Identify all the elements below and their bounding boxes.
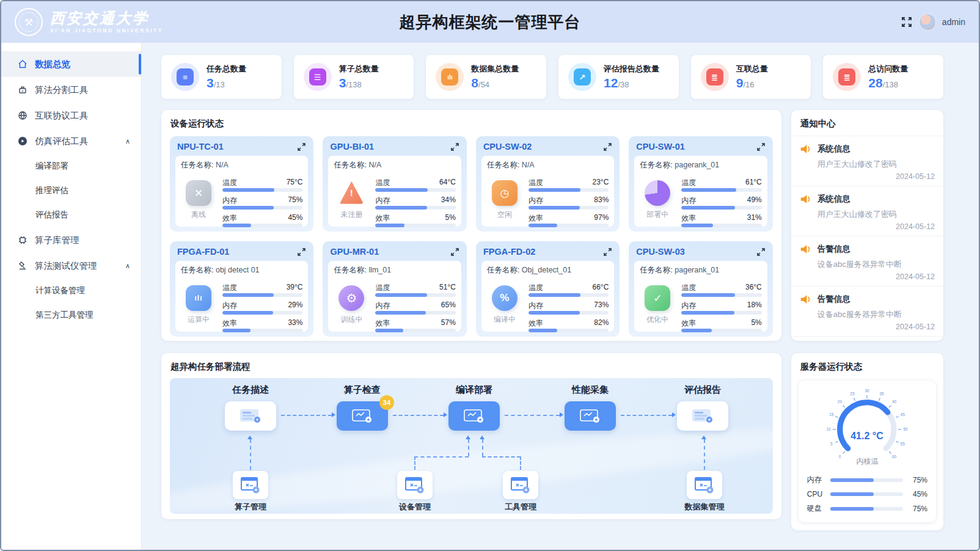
flow-tool[interactable] bbox=[687, 471, 722, 499]
progress-bar bbox=[830, 478, 903, 482]
device-task: 任务名称: N/A bbox=[181, 160, 302, 174]
flow-tool-label: 工具管理 bbox=[505, 502, 536, 513]
notification-item[interactable]: 告警信息 设备abc服务器异常中断 2024-05-12 bbox=[791, 286, 943, 337]
device-metric: 内存18% bbox=[681, 301, 761, 316]
arrowhead bbox=[480, 436, 485, 439]
sidebar-item-inference-eval[interactable]: 推理评估 bbox=[1, 178, 141, 203]
device-metric: 温度75°C bbox=[222, 178, 302, 193]
progress-bar bbox=[222, 206, 302, 210]
flow-tool[interactable] bbox=[503, 471, 538, 499]
device-metric: 内存73% bbox=[528, 301, 609, 316]
device-status-label: 训练中 bbox=[340, 315, 362, 325]
device-task: 任务名称: obj detect 01 bbox=[181, 265, 302, 279]
progress-bar bbox=[375, 293, 455, 297]
flow-step[interactable] bbox=[225, 401, 276, 431]
expand-icon[interactable] bbox=[450, 247, 459, 257]
sidebar-item-operator-library[interactable]: 算子库管理 bbox=[1, 227, 141, 253]
count-badge: 34 bbox=[379, 395, 394, 410]
progress-bar bbox=[528, 293, 609, 297]
device-status-icon: ⚙ bbox=[338, 285, 364, 311]
notification-item[interactable]: 系统信息 用户王大山修改了密码 2024-05-12 bbox=[791, 136, 943, 186]
sidebar-item-eval-report[interactable]: 评估报告 bbox=[1, 203, 141, 227]
flow-step[interactable]: 34 bbox=[337, 401, 388, 431]
progress-bar bbox=[528, 206, 609, 210]
chevron-up-icon[interactable]: ∧ bbox=[125, 262, 130, 270]
fullscreen-icon[interactable] bbox=[901, 16, 913, 28]
expand-icon[interactable] bbox=[603, 247, 612, 257]
notification-message: 设备abc服务器异常中断 bbox=[800, 259, 935, 270]
flow-tool-label: 设备管理 bbox=[399, 502, 431, 513]
flow-tool[interactable] bbox=[233, 471, 268, 499]
sidebar-item-simulation-eval[interactable]: 仿真评估工具 ∧ bbox=[1, 128, 141, 154]
stat-card-operators[interactable]: ☰ 算子总数量 3/138 bbox=[294, 55, 414, 99]
stat-card-tasks[interactable]: ≡ 任务总数量 3/13 bbox=[161, 55, 282, 99]
gauge-label: 内核温 bbox=[856, 456, 878, 467]
device-metric: 内存65% bbox=[375, 301, 455, 316]
header: 西安交通大学 XI'AN JIAOTONG UNIVERSITY 超异构框架统一… bbox=[1, 1, 979, 43]
expand-icon[interactable] bbox=[603, 142, 612, 151]
expand-icon[interactable] bbox=[756, 247, 766, 257]
notification-title: 通知中心 bbox=[791, 110, 943, 136]
device-card: GPU-MR-01 任务名称: llm_01 ⚙ 训练中 温度51°C bbox=[323, 241, 466, 337]
device-card: CPU-SW-03 任务名称: pagerank_01 ✓ 优化中 温度36°C bbox=[629, 241, 772, 337]
device-metric: 内存75% bbox=[222, 195, 302, 211]
flow-panel-title: 超异构任务部署流程 bbox=[161, 353, 781, 378]
device-metric: 内存49% bbox=[681, 195, 761, 211]
user-name[interactable]: admin bbox=[942, 17, 965, 27]
svg-text:10: 10 bbox=[827, 427, 832, 431]
sidebar-item-algo-segmentation[interactable]: 算法分割工具 bbox=[1, 77, 141, 103]
arrowhead bbox=[444, 412, 447, 417]
notification-message: 设备abc服务器异常中断 bbox=[800, 309, 935, 320]
server-metric-cpu: CPU 45% bbox=[807, 490, 927, 498]
svg-text:5: 5 bbox=[830, 442, 833, 446]
sidebar-item-data-overview[interactable]: 数据总览 bbox=[1, 51, 141, 77]
sidebar-item-algo-tester-mgmt[interactable]: 算法测试仪管理 ∧ bbox=[1, 253, 141, 279]
expand-icon[interactable] bbox=[297, 142, 306, 151]
svg-text:41.2 °C: 41.2 °C bbox=[851, 431, 884, 441]
expand-icon[interactable] bbox=[756, 142, 766, 151]
device-status-icon: % bbox=[492, 285, 517, 311]
sidebar-item-compute-device-mgmt[interactable]: 计算设备管理 bbox=[1, 279, 141, 303]
arrowhead bbox=[466, 436, 470, 439]
notification-item[interactable]: 系统信息 用户王大山修改了密码 2024-05-12 bbox=[791, 186, 943, 236]
device-metric: 效率57% bbox=[375, 318, 455, 334]
notification-list: 系统信息 用户王大山修改了密码 2024-05-12 系统信息 用户王大山修改了… bbox=[791, 136, 943, 337]
svg-text:45: 45 bbox=[901, 412, 905, 417]
svg-text:25: 25 bbox=[850, 392, 855, 396]
flow-tool-label: 数据集管理 bbox=[685, 502, 725, 513]
svg-text:20: 20 bbox=[838, 400, 843, 404]
device-task: 任务名称: N/A bbox=[487, 160, 609, 174]
flow-step[interactable] bbox=[565, 401, 616, 431]
flow-tool-label: 算子管理 bbox=[235, 502, 266, 513]
flow-tool[interactable] bbox=[397, 471, 433, 499]
progress-bar bbox=[375, 188, 455, 192]
progress-bar bbox=[528, 224, 609, 227]
device-metric: 效率45% bbox=[222, 213, 302, 228]
stat-card-datasets[interactable]: ılı 数据集总数量 8/54 bbox=[426, 55, 546, 99]
device-status-label: 未注册 bbox=[340, 210, 362, 220]
device-card: GPU-BI-01 任务名称: N/A ! 未注册 温度64°C bbox=[323, 136, 466, 232]
expand-icon[interactable] bbox=[297, 247, 306, 257]
sidebar-item-label: 算法测试仪管理 bbox=[35, 260, 97, 272]
expand-icon[interactable] bbox=[450, 142, 459, 151]
tool-icon bbox=[17, 85, 27, 95]
device-metric: 效率31% bbox=[681, 213, 761, 228]
device-status-label: 空闲 bbox=[497, 210, 512, 220]
stat-card-reports[interactable]: ↗ 评估报告总数量 12/38 bbox=[558, 55, 679, 99]
sidebar-item-interconnect-protocol[interactable]: 互联协议工具 bbox=[1, 103, 141, 128]
server-icon: ≣ bbox=[706, 68, 723, 86]
stat-card-interconnects[interactable]: ≣ 互联总量 9/16 bbox=[691, 55, 811, 99]
speaker-icon bbox=[800, 194, 813, 205]
sidebar-item-thirdparty-tool-mgmt[interactable]: 第三方工具管理 bbox=[1, 303, 141, 327]
svg-text:55: 55 bbox=[901, 442, 905, 446]
device-metric: 温度66°C bbox=[528, 283, 609, 298]
notification-item[interactable]: 告警信息 设备abc服务器异常中断 2024-05-12 bbox=[791, 236, 943, 286]
notification-date: 2024-05-12 bbox=[800, 222, 935, 231]
chevron-up-icon[interactable]: ∧ bbox=[125, 137, 130, 145]
stat-card-visits[interactable]: ≣ 总访问数量 28/138 bbox=[823, 55, 943, 99]
sidebar-item-compile-deploy[interactable]: 编译部署 bbox=[1, 154, 141, 178]
user-avatar[interactable] bbox=[919, 13, 936, 31]
flow-step[interactable] bbox=[677, 401, 728, 431]
flow-step-label: 算子检查 bbox=[344, 384, 381, 396]
flow-step[interactable] bbox=[448, 401, 500, 431]
